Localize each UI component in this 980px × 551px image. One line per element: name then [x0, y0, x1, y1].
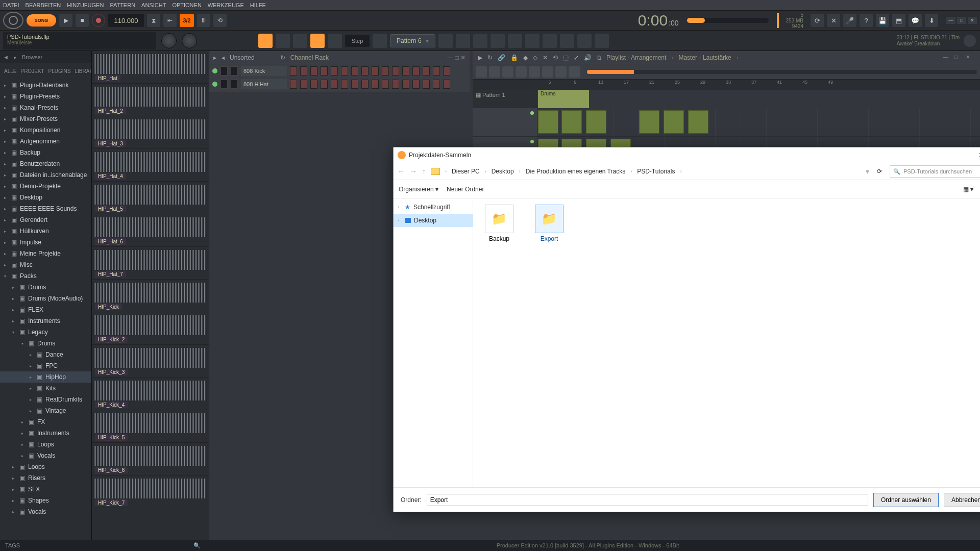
pl-min[interactable]: —: [943, 54, 952, 61]
pl-tool-play-icon[interactable]: [569, 66, 580, 78]
sample-item[interactable]: HIP_Hat_7: [92, 247, 209, 280]
menu-ansicht[interactable]: ANSICHT: [141, 2, 166, 8]
ch-sort[interactable]: Unsorted: [230, 54, 255, 61]
globe-icon[interactable]: [964, 35, 976, 47]
refresh-icon[interactable]: ⟳: [874, 166, 885, 177]
sample-item[interactable]: HIP_Kick_6: [92, 443, 209, 475]
pl-tool-zoom-icon[interactable]: [555, 66, 567, 78]
shop-icon[interactable]: [595, 34, 609, 48]
sample-item[interactable]: HIP_Kick_2: [92, 312, 209, 345]
master-volume-slider[interactable]: [777, 13, 779, 28]
wait-icon[interactable]: ⇤: [163, 14, 177, 27]
playlist-crumb-2[interactable]: Master - Lautstärke: [678, 54, 731, 61]
metronome-icon[interactable]: ⧗: [147, 14, 160, 27]
tree-item[interactable]: ▸▣Impulse: [0, 237, 91, 248]
tree-item[interactable]: ▸▣Kits: [0, 383, 91, 394]
loop-rec-icon[interactable]: ⟲: [213, 14, 227, 27]
tempo-display[interactable]: 110.000: [108, 14, 144, 27]
window-close[interactable]: ✕: [968, 17, 977, 24]
typing-keyboard-icon[interactable]: [258, 34, 273, 48]
browser-tab-alle[interactable]: ALLE: [4, 68, 16, 74]
toolbar-btn-1[interactable]: [276, 34, 290, 48]
tree-item[interactable]: ▸▣Drums (ModeAudio): [0, 293, 91, 304]
sample-item[interactable]: HIP_Kick_5: [92, 410, 209, 443]
tree-item[interactable]: ▸▣FX: [0, 416, 91, 428]
tree-item[interactable]: ▸▣Kompositionen: [0, 124, 91, 136]
tree-item[interactable]: ▸▣RealDrumkits: [0, 394, 91, 405]
undo-history-icon[interactable]: ⟳: [811, 14, 824, 27]
step-mode[interactable]: Step: [345, 35, 370, 47]
nav-back-icon[interactable]: ←: [398, 167, 405, 176]
feedback-icon[interactable]: 💬: [909, 14, 922, 27]
cancel-button[interactable]: Abbrechen: [944, 493, 980, 507]
pl-tool-select-icon[interactable]: [542, 66, 553, 78]
snap-display[interactable]: 3/2: [180, 14, 194, 27]
select-folder-button[interactable]: Ordner auswählen: [873, 493, 939, 507]
sample-item[interactable]: HIP_Hat_4: [92, 149, 209, 182]
tree-item[interactable]: ▸▣Instruments: [0, 315, 91, 327]
dialog-titlebar[interactable]: Projektdaten-Sammeln ✕: [394, 147, 980, 163]
tags-label[interactable]: TAGS: [5, 542, 20, 548]
window-minimize[interactable]: —: [946, 17, 955, 24]
playlist-crumb-1[interactable]: Playlist - Arrangement: [606, 54, 666, 61]
pl-tool-slice-icon[interactable]: [529, 66, 540, 78]
tree-item[interactable]: ▸▣Meine Projekte: [0, 248, 91, 259]
tree-item[interactable]: ▸▣Drums: [0, 282, 91, 293]
new-folder-button[interactable]: Neuer Ordner: [447, 186, 484, 193]
sidebar-item-schnellzugriff[interactable]: ›★Schnellzugriff: [394, 201, 473, 214]
file-item-export[interactable]: 📁Export: [529, 205, 569, 481]
dialog-files[interactable]: 📁Backup📁Export: [473, 198, 980, 487]
save-icon[interactable]: 💾: [876, 14, 889, 27]
breadcrumb-0[interactable]: Dieser PC: [452, 168, 480, 175]
view-channel-rack-icon[interactable]: [473, 34, 487, 48]
search-input[interactable]: 🔍PSD-Tutorials durchsuchen: [890, 165, 980, 178]
tree-item[interactable]: ▸▣Gerendert: [0, 214, 91, 226]
sample-item[interactable]: HIP_Hat_6: [92, 214, 209, 247]
toolbar-btn-link-icon[interactable]: [310, 34, 325, 48]
breadcrumb-2[interactable]: Die Produktion eines eigenen Tracks: [526, 168, 625, 175]
sample-item[interactable]: HIP_Kick_3: [92, 345, 209, 378]
playlist-ruler[interactable]: 5913172125293337414549: [473, 80, 980, 90]
tree-item[interactable]: ▸▣FLEX: [0, 304, 91, 315]
pl-tool-paint-icon[interactable]: [489, 66, 500, 78]
sample-item[interactable]: HIP_Kick_4: [92, 378, 209, 410]
pattern-selector[interactable]: Pattern 6 ▾: [390, 34, 435, 47]
tree-item[interactable]: ▾▣Legacy: [0, 327, 91, 338]
breadcrumb-3[interactable]: PSD-Tutorials: [637, 168, 675, 175]
pl-max[interactable]: □: [954, 54, 964, 61]
tree-item[interactable]: ▸▣Loops: [0, 461, 91, 472]
menu-bearbeiten[interactable]: BEARBEITEN: [26, 2, 61, 8]
countdown-icon[interactable]: Ⅲ: [197, 14, 210, 27]
nav-up-icon[interactable]: ↑: [422, 167, 426, 176]
close-all-icon[interactable]: [560, 34, 574, 48]
pl-close[interactable]: ✕: [966, 54, 975, 61]
menu-datei[interactable]: DATEI: [3, 2, 19, 8]
news-panel[interactable]: 23:12 | FL STUDIO 21 | Tim Awake' Breakd…: [897, 35, 976, 47]
sample-item[interactable]: HIP_Kick: [92, 280, 209, 312]
tree-item[interactable]: ▸▣SFX: [0, 484, 91, 495]
pl-tool-erase-icon[interactable]: [502, 66, 513, 78]
breadcrumb-1[interactable]: Desktop: [492, 168, 514, 175]
channel-row[interactable]: 808 HiHat: [209, 78, 470, 91]
render-icon[interactable]: ⬒: [892, 14, 905, 27]
tree-item[interactable]: ▸▣FPC: [0, 360, 91, 371]
sample-item[interactable]: HIP_Hat_5: [92, 182, 209, 214]
record-button[interactable]: [92, 14, 105, 27]
plugin-icon[interactable]: [525, 34, 540, 48]
sidebar-item-desktop[interactable]: ›Desktop: [394, 214, 473, 227]
tree-item[interactable]: ▾▣Drums: [0, 338, 91, 349]
time-display[interactable]: 0:00 :00: [638, 12, 679, 29]
tree-item[interactable]: ▸▣Risers: [0, 472, 91, 484]
tree-item[interactable]: ▸▣Demo-Projekte: [0, 181, 91, 192]
sample-item[interactable]: HIP_Hat_2: [92, 84, 209, 116]
tempo-tap-icon[interactable]: [543, 34, 557, 48]
tree-item[interactable]: ▸▣EEEE EEEE Sounds: [0, 203, 91, 214]
tree-item[interactable]: ▸▣Backup: [0, 147, 91, 158]
song-position-slider[interactable]: [687, 18, 769, 23]
view-browser-icon[interactable]: [508, 34, 522, 48]
tree-item[interactable]: ▸▣Dance: [0, 349, 91, 360]
dialog-close-icon[interactable]: ✕: [971, 148, 980, 162]
channel-row[interactable]: 808 Kick: [209, 64, 470, 78]
sample-item[interactable]: HIP_Hat_3: [92, 116, 209, 149]
menu-pattern[interactable]: PATTERN: [110, 2, 135, 8]
